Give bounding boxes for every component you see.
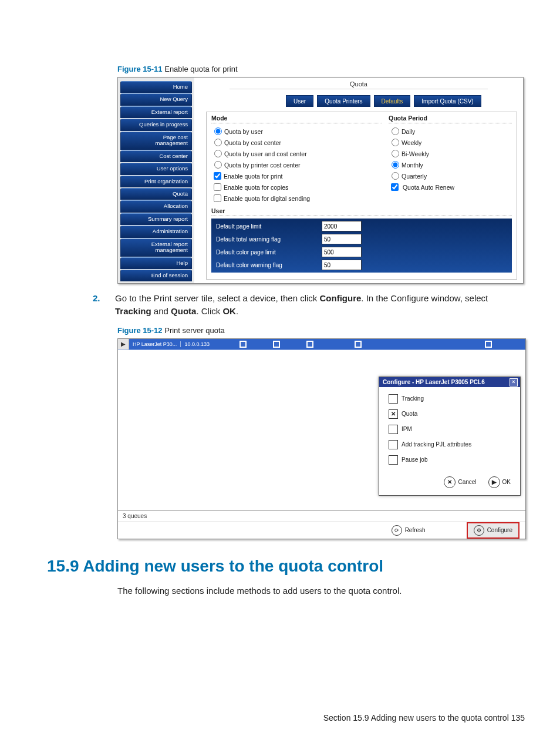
- radio-input[interactable]: [392, 150, 399, 157]
- refresh-button[interactable]: ⟳ Refresh: [386, 523, 431, 537]
- checkbox-input[interactable]: [214, 183, 221, 191]
- configure-icon: ⚙: [474, 525, 484, 536]
- page-footer: Section 15.9 Adding new users to the quo…: [323, 713, 525, 723]
- sidebar-item[interactable]: Home: [120, 81, 192, 93]
- user-row-input[interactable]: [322, 221, 362, 231]
- cancel-button[interactable]: ✕ Cancel: [444, 476, 476, 488]
- auto-renew-checkbox[interactable]: [391, 183, 399, 191]
- ok-label: OK: [502, 479, 511, 485]
- period-radio[interactable]: Weekly: [389, 137, 512, 148]
- tab[interactable]: User: [286, 95, 313, 107]
- radio-input[interactable]: [392, 161, 399, 169]
- configure-label: Configure: [487, 527, 512, 533]
- mode-header: Mode: [211, 115, 382, 123]
- ok-button[interactable]: ▶ OK: [488, 476, 511, 488]
- sidebar-item[interactable]: Queries in progress: [120, 119, 192, 130]
- enable-check[interactable]: Enable quota for print: [211, 170, 382, 182]
- mode-radio[interactable]: Quota by cost center: [211, 137, 382, 148]
- configure-button[interactable]: ⚙ Configure: [467, 522, 519, 539]
- device-row[interactable]: ▶ HP LaserJet P30... 10.0.0.133: [118, 339, 525, 350]
- user-row-label: Default total warning flag: [212, 236, 322, 243]
- radio-input[interactable]: [392, 172, 399, 180]
- cancel-label: Cancel: [458, 479, 476, 485]
- user-row-input[interactable]: [322, 234, 362, 244]
- user-row-input[interactable]: [322, 260, 362, 270]
- checkbox-icon: ✕: [389, 409, 398, 419]
- sidebar-item[interactable]: Administration: [120, 226, 192, 237]
- radio-input[interactable]: [214, 127, 222, 135]
- dialog-title: Configure - HP LaserJet P3005 PCL6: [383, 379, 485, 385]
- close-icon[interactable]: ×: [510, 378, 518, 387]
- sidebar-item[interactable]: Help: [120, 257, 192, 269]
- mode-radio[interactable]: Quota by printer cost center: [211, 159, 382, 170]
- user-header: User: [211, 207, 512, 216]
- user-row: Default total warning flag: [212, 233, 511, 246]
- auto-renew-label: Quota Auto Renew: [403, 184, 454, 191]
- checkbox-input[interactable]: [214, 194, 221, 202]
- sidebar-item[interactable]: Cost center: [120, 150, 192, 162]
- column-checkbox-icon: [273, 341, 280, 348]
- configure-dialog: Configure - HP LaserJet P3005 PCL6 × Tra…: [379, 377, 521, 496]
- figure-11-image: HomeNew QueryExternal reportQueries in p…: [117, 77, 524, 284]
- radio-input[interactable]: [392, 127, 399, 135]
- enable-check[interactable]: Enable quota for digital sending: [211, 193, 382, 204]
- check-label: Enable quota for copies: [224, 184, 288, 191]
- cancel-icon: ✕: [444, 476, 456, 488]
- user-grid: Default page limitDefault total warning …: [211, 219, 512, 273]
- mode-radio[interactable]: Quota by user and cost center: [211, 148, 382, 159]
- dialog-option[interactable]: Tracking: [389, 394, 511, 404]
- dialog-option[interactable]: Add tracking PJL attributes: [389, 440, 511, 449]
- radio-input[interactable]: [214, 161, 222, 169]
- sidebar-item[interactable]: Allocation: [120, 200, 192, 212]
- checkbox-input[interactable]: [214, 172, 221, 180]
- period-radio[interactable]: Bi-Weekly: [389, 148, 512, 159]
- dialog-title-bar: Configure - HP LaserJet P3005 PCL6 ×: [379, 377, 520, 387]
- auto-renew-check[interactable]: Quota Auto Renew: [389, 182, 512, 193]
- sidebar-item[interactable]: New Query: [120, 93, 192, 105]
- bottom-toolbar: ⟳ Refresh ⚙ Configure: [118, 522, 525, 539]
- tab[interactable]: Quota Printers: [317, 95, 370, 107]
- enable-check[interactable]: Enable quota for copies: [211, 182, 382, 193]
- dialog-option[interactable]: Pause job: [389, 455, 511, 465]
- dialog-option[interactable]: ✕Quota: [389, 409, 511, 419]
- radio-label: Weekly: [402, 139, 421, 146]
- figure-11-caption: Figure 15-11 Enable quota for print: [117, 65, 519, 73]
- period-radio[interactable]: Monthly: [389, 159, 512, 170]
- column-checkbox-icon: [355, 341, 362, 348]
- user-row-input[interactable]: [322, 247, 362, 257]
- refresh-icon: ⟳: [392, 525, 402, 536]
- column-checkbox-icon: [485, 341, 492, 348]
- option-label: Quota: [402, 411, 417, 417]
- checkbox-icon: [389, 394, 398, 404]
- period-header: Quota Period: [389, 115, 512, 123]
- sidebar-item[interactable]: Quota: [120, 188, 192, 200]
- sidebar-item[interactable]: Summary report: [120, 213, 192, 225]
- dialog-option[interactable]: IPM: [389, 425, 511, 434]
- sidebar-item[interactable]: End of session: [120, 270, 192, 281]
- device-name: HP LaserJet P30...: [129, 341, 180, 347]
- tab[interactable]: Import Quota (CSV): [414, 95, 481, 107]
- sidebar-item[interactable]: Page costmanagement: [120, 132, 192, 150]
- sidebar-item[interactable]: External reportmanagement: [120, 238, 192, 257]
- option-label: Tracking: [402, 395, 424, 402]
- radio-label: Quota by user: [224, 128, 263, 135]
- checkbox-icon: [389, 440, 398, 449]
- figure-12-image: ▶ HP LaserJet P30... 10.0.0.133 Configur…: [117, 338, 526, 539]
- sidebar: HomeNew QueryExternal reportQueries in p…: [118, 78, 194, 283]
- radio-input[interactable]: [214, 139, 222, 146]
- sidebar-item[interactable]: User options: [120, 163, 192, 174]
- period-radio[interactable]: Daily: [389, 126, 512, 137]
- radio-input[interactable]: [392, 139, 399, 146]
- tab[interactable]: Defaults: [374, 95, 411, 107]
- sidebar-item[interactable]: Print organization: [120, 176, 192, 187]
- figure-12-number: Figure 15-12: [117, 326, 163, 335]
- figure-11-number: Figure 15-11: [117, 65, 163, 73]
- option-label: IPM: [402, 426, 412, 432]
- radio-input[interactable]: [214, 150, 222, 157]
- check-label: Enable quota for digital sending: [224, 195, 310, 202]
- user-row: Default page limit: [212, 220, 511, 233]
- user-row: Default color warning flag: [212, 258, 511, 271]
- sidebar-item[interactable]: External report: [120, 106, 192, 118]
- mode-radio[interactable]: Quota by user: [211, 126, 382, 137]
- period-radio[interactable]: Quarterly: [389, 170, 512, 182]
